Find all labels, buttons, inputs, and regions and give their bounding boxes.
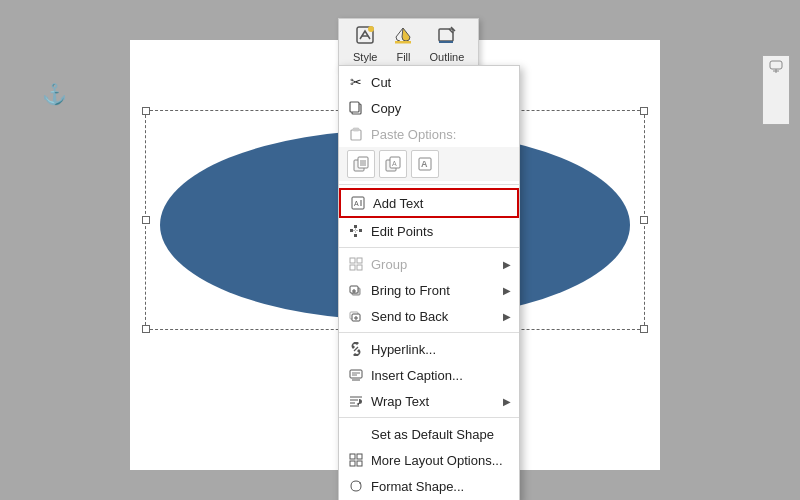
copy-label: Copy	[371, 101, 511, 116]
svg-text:A: A	[421, 159, 428, 169]
svg-rect-58	[357, 461, 362, 466]
style-button[interactable]: Style	[345, 23, 385, 65]
menu-insert-caption[interactable]: Insert Caption...	[339, 362, 519, 388]
separator-1	[339, 184, 519, 185]
svg-rect-55	[350, 454, 355, 459]
style-icon	[355, 25, 375, 49]
fill-button[interactable]: Fill	[385, 23, 421, 65]
menu-paste-options-label: Paste Options:	[339, 121, 519, 147]
svg-rect-10	[439, 41, 453, 43]
svg-rect-12	[350, 102, 359, 112]
set-default-icon	[347, 425, 365, 443]
svg-rect-6	[395, 41, 411, 44]
menu-more-layout[interactable]: More Layout Options...	[339, 447, 519, 473]
cut-label: Cut	[371, 75, 511, 90]
wrap-text-icon	[347, 392, 365, 410]
menu-add-text[interactable]: A Add Text	[339, 188, 519, 218]
fill-label: Fill	[396, 51, 410, 63]
svg-rect-15	[353, 128, 359, 131]
send-back-icon	[347, 307, 365, 325]
menu-wrap-text[interactable]: Wrap Text ▶	[339, 388, 519, 414]
menu-send-to-back[interactable]: Send to Back ▶	[339, 303, 519, 329]
outline-label: Outline	[429, 51, 464, 63]
menu-format-shape[interactable]: Format Shape...	[339, 473, 519, 499]
menu-cut[interactable]: ✂ Cut	[339, 69, 519, 95]
add-text-label: Add Text	[373, 196, 509, 211]
group-icon	[347, 255, 365, 273]
outline-icon	[437, 25, 457, 49]
copy-icon	[347, 99, 365, 117]
paste-opt-2[interactable]: A	[379, 150, 407, 178]
hyperlink-icon	[347, 340, 365, 358]
menu-edit-points[interactable]: Edit Points	[339, 218, 519, 244]
caption-icon	[347, 366, 365, 384]
paste-opt-1[interactable]	[347, 150, 375, 178]
add-text-icon: A	[349, 194, 367, 212]
svg-rect-32	[354, 234, 357, 237]
format-shape-label: Format Shape...	[371, 479, 511, 494]
svg-point-5	[368, 26, 374, 32]
scroll-indicator	[762, 55, 790, 125]
more-layout-label: More Layout Options...	[371, 453, 511, 468]
hyperlink-label: Hyperlink...	[371, 342, 511, 357]
menu-copy[interactable]: Copy	[339, 95, 519, 121]
bring-front-icon	[347, 281, 365, 299]
format-shape-icon	[347, 477, 365, 495]
svg-rect-30	[359, 229, 362, 232]
caption-label: Insert Caption...	[371, 368, 511, 383]
menu-set-default[interactable]: Set as Default Shape	[339, 421, 519, 447]
context-menu: ✂ Cut Copy Paste Options:	[338, 65, 520, 500]
menu-bring-to-front[interactable]: Bring to Front ▶	[339, 277, 519, 303]
bring-front-arrow: ▶	[503, 285, 511, 296]
paste-icon	[347, 125, 365, 143]
style-label: Style	[353, 51, 377, 63]
separator-3	[339, 332, 519, 333]
svg-rect-29	[350, 229, 353, 232]
svg-rect-56	[357, 454, 362, 459]
svg-rect-31	[354, 225, 357, 228]
anchor-icon: ⚓	[42, 82, 67, 106]
fill-icon	[393, 25, 413, 49]
send-back-arrow: ▶	[503, 311, 511, 322]
svg-rect-36	[357, 258, 362, 263]
menu-group[interactable]: Group ▶	[339, 251, 519, 277]
svg-rect-38	[357, 265, 362, 270]
svg-rect-14	[351, 130, 361, 140]
outline-button[interactable]: Outline	[421, 23, 472, 65]
paste-options-row: A A	[339, 147, 519, 181]
bring-front-label: Bring to Front	[371, 283, 497, 298]
edit-points-label: Edit Points	[371, 224, 511, 239]
menu-hyperlink[interactable]: Hyperlink...	[339, 336, 519, 362]
paste-opt-3[interactable]: A	[411, 150, 439, 178]
paste-options-label: Paste Options:	[371, 127, 511, 142]
group-label: Group	[371, 257, 497, 272]
svg-text:A: A	[354, 200, 359, 207]
svg-rect-37	[350, 265, 355, 270]
set-default-label: Set as Default Shape	[371, 427, 511, 442]
send-back-label: Send to Back	[371, 309, 497, 324]
format-toolbar: Style Fill Outline	[338, 18, 479, 70]
svg-rect-47	[350, 370, 362, 378]
separator-4	[339, 417, 519, 418]
wrap-text-label: Wrap Text	[371, 394, 497, 409]
wrap-text-arrow: ▶	[503, 396, 511, 407]
canvas-area: ⚓ Style	[0, 0, 800, 500]
group-arrow: ▶	[503, 259, 511, 270]
edit-points-icon	[347, 222, 365, 240]
cut-icon: ✂	[347, 73, 365, 91]
separator-2	[339, 247, 519, 248]
more-layout-icon	[347, 451, 365, 469]
svg-text:A: A	[392, 160, 397, 167]
svg-rect-57	[350, 461, 355, 466]
svg-rect-35	[350, 258, 355, 263]
svg-rect-0	[770, 61, 782, 69]
